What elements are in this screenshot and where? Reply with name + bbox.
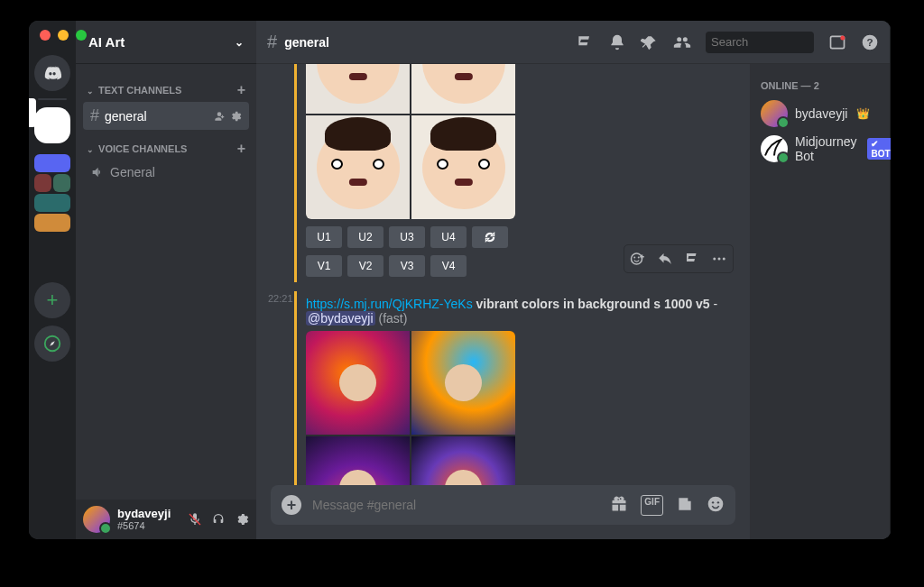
svg-point-9: [713, 258, 716, 261]
min-dot[interactable]: [58, 30, 69, 41]
inbox-icon[interactable]: [828, 33, 846, 51]
btn-v4[interactable]: V4: [430, 255, 467, 277]
speed-label: (fast): [378, 311, 407, 326]
voice-channel-general[interactable]: General: [83, 161, 249, 184]
emoji-icon[interactable]: [707, 495, 725, 516]
grid-cell-1: [306, 331, 410, 435]
svg-point-13: [712, 501, 714, 503]
composer-input[interactable]: [312, 498, 599, 512]
btn-reroll[interactable]: [472, 226, 508, 248]
search-box[interactable]: [706, 32, 814, 53]
btn-v1[interactable]: V1: [306, 255, 342, 277]
server-header[interactable]: AI Art ⌄: [76, 21, 256, 64]
channel-label: General: [110, 165, 155, 179]
bot-badge: ✔ BOT: [867, 138, 891, 160]
channel-topbar: # general ?: [256, 21, 890, 64]
hash-icon: #: [90, 106, 99, 125]
member-midjourney-bot[interactable]: Midjourney Bot ✔ BOT: [757, 131, 882, 167]
max-dot[interactable]: [76, 30, 87, 41]
channel-general[interactable]: # general: [83, 102, 249, 130]
svg-point-3: [840, 35, 845, 40]
server-rail: +: [29, 21, 76, 539]
threads-icon[interactable]: [576, 33, 594, 51]
member-avatar: [761, 100, 788, 127]
grid-cell-4: [411, 115, 515, 219]
discord-icon: [42, 63, 62, 83]
message-hover-actions: [624, 244, 734, 273]
members-online-header: Online — 2: [761, 80, 879, 91]
message-block: 22:21 https://s.mj.run/QjKRHZ-YeKs vibra…: [294, 291, 750, 485]
more-icon[interactable]: [707, 247, 731, 271]
category-text[interactable]: ⌄ Text Channels +: [83, 78, 249, 102]
btn-u2[interactable]: U2: [347, 226, 383, 248]
attach-button[interactable]: +: [282, 495, 301, 515]
btn-v3[interactable]: V3: [389, 255, 425, 277]
deafen-icon[interactable]: [211, 512, 226, 527]
message-composer: + GIF: [271, 485, 735, 525]
category-voice[interactable]: ⌄ Voice Channels +: [83, 137, 249, 161]
members-sidebar: Online — 2 bydaveyji 👑 Midjourney Bot ✔ …: [750, 64, 890, 539]
svg-point-7: [633, 257, 635, 259]
sticker-icon[interactable]: [676, 495, 694, 516]
user-mention[interactable]: @bydaveyji: [306, 311, 375, 326]
hash-icon: #: [267, 32, 277, 52]
separator: [38, 98, 67, 100]
help-icon[interactable]: ?: [861, 33, 879, 51]
add-channel-icon[interactable]: +: [237, 82, 245, 98]
svg-point-8: [638, 257, 640, 259]
btn-u1[interactable]: U1: [306, 226, 342, 248]
self-avatar[interactable]: [83, 506, 110, 533]
btn-u3[interactable]: U3: [389, 226, 425, 248]
server-name: AI Art: [88, 34, 125, 50]
window-controls[interactable]: [40, 30, 87, 41]
invite-icon[interactable]: [213, 110, 226, 123]
grid-cell-4: [411, 436, 515, 485]
member-bydaveyji[interactable]: bydaveyji 👑: [757, 96, 882, 131]
midjourney-icon: [761, 135, 788, 162]
grid-cell-3: [306, 436, 410, 485]
main-chat: # general ?: [256, 21, 891, 539]
add-reaction-icon[interactable]: [626, 247, 650, 271]
message-content: https://s.mj.run/QjKRHZ-YeKs vibrant col…: [306, 297, 750, 326]
svg-text:?: ?: [866, 36, 873, 48]
user-panel: bydaveyji #5674: [76, 500, 256, 539]
gift-icon[interactable]: [610, 495, 628, 516]
reroll-icon: [484, 231, 496, 243]
add-server-button[interactable]: +: [34, 282, 70, 318]
prompt-text: vibrant colors in background s 1000 v5: [476, 297, 710, 311]
members-toggle-icon[interactable]: [673, 33, 691, 51]
reply-icon[interactable]: [653, 247, 677, 271]
message-scroll[interactable]: U1 U2 U3 U4 V1 V2 V3 V4: [256, 64, 750, 485]
channel-sidebar: AI Art ⌄ ⌄ Text Channels + # general ⌄ V…: [76, 21, 256, 539]
pinned-icon[interactable]: [641, 33, 659, 51]
crown-icon: 👑: [856, 107, 870, 120]
settings-icon[interactable]: [229, 110, 242, 123]
explore-servers-button[interactable]: [34, 326, 70, 362]
self-user-info[interactable]: bydaveyji #5674: [117, 508, 171, 531]
compass-icon: [42, 334, 62, 353]
mute-icon[interactable]: [188, 512, 202, 527]
gif-icon[interactable]: GIF: [641, 495, 663, 516]
grid-cell-1: [306, 64, 410, 114]
create-thread-icon[interactable]: [680, 247, 704, 271]
message-timestamp: 22:21: [268, 293, 293, 304]
svg-point-12: [708, 496, 724, 511]
btn-u4[interactable]: U4: [430, 226, 467, 248]
server-ai-art[interactable]: [34, 107, 70, 143]
notifications-icon[interactable]: [608, 33, 626, 51]
server-folder[interactable]: [34, 154, 70, 232]
close-dot[interactable]: [40, 30, 51, 41]
svg-point-11: [723, 258, 725, 261]
svg-point-10: [718, 258, 721, 261]
dm-home-button[interactable]: [34, 55, 70, 91]
btn-v2[interactable]: V2: [347, 255, 383, 277]
add-channel-icon[interactable]: +: [237, 141, 245, 157]
user-settings-icon[interactable]: [235, 512, 249, 527]
prompt-link[interactable]: https://s.mj.run/QjKRHZ-YeKs: [306, 297, 473, 311]
channel-title: general: [284, 35, 329, 50]
svg-point-14: [717, 501, 719, 503]
mj-image-grid[interactable]: [306, 331, 515, 485]
grid-cell-2: [411, 331, 515, 435]
mj-image-grid[interactable]: [306, 64, 515, 219]
member-avatar: [761, 135, 788, 162]
